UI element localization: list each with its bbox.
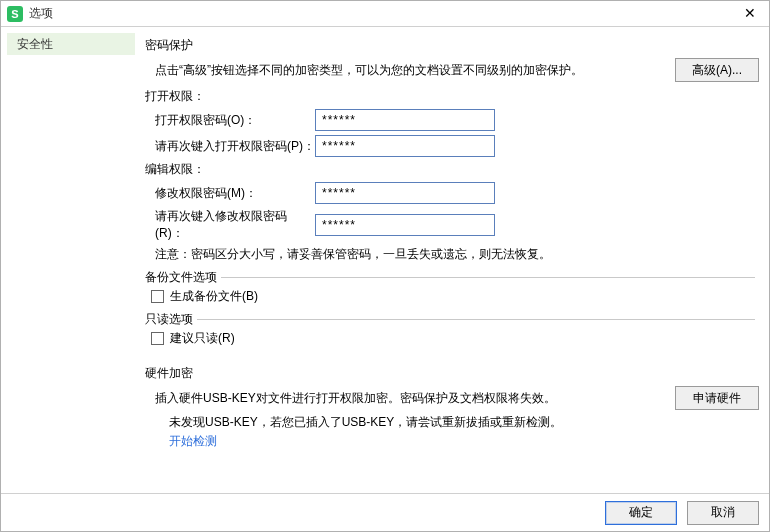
edit-password-confirm-input[interactable] (315, 214, 495, 236)
dialog-footer: 确定 取消 (1, 493, 769, 531)
hardware-group: 硬件加密 插入硬件USB-KEY对文件进行打开权限加密。密码保护及文档权限将失效… (145, 365, 759, 450)
backup-checkbox[interactable] (151, 290, 164, 303)
backup-checkbox-label: 生成备份文件(B) (170, 288, 258, 305)
open-permission-title: 打开权限： (145, 88, 759, 105)
edit-password-input[interactable] (315, 182, 495, 204)
edit-permission-title: 编辑权限： (145, 161, 759, 178)
backup-group-legend: 备份文件选项 (145, 269, 221, 286)
readonly-checkbox-label: 建议只读(R) (170, 330, 235, 347)
open-password-label: 打开权限密码(O)： (155, 112, 315, 129)
close-button[interactable]: ✕ (737, 4, 763, 24)
hardware-title: 硬件加密 (145, 365, 759, 382)
content-pane: 密码保护 点击“高级”按钮选择不同的加密类型，可以为您的文档设置不同级别的加密保… (141, 27, 769, 493)
open-password-input[interactable] (315, 109, 495, 131)
titlebar: 选项 ✕ (1, 1, 769, 27)
apply-hardware-button[interactable]: 申请硬件 (675, 386, 759, 410)
sidebar-item-label: 安全性 (17, 37, 53, 51)
start-detect-link[interactable]: 开始检测 (145, 433, 217, 450)
cancel-button[interactable]: 取消 (687, 501, 759, 525)
password-note: 注意：密码区分大小写，请妥善保管密码，一旦丢失或遗忘，则无法恢复。 (145, 246, 759, 263)
options-dialog: 选项 ✕ 安全性 密码保护 点击“高级”按钮选择不同的加密类型，可以为您的文档设… (0, 0, 770, 532)
hardware-line2: 未发现USB-KEY，若您已插入了USB-KEY，请尝试重新拔插或重新检测。 (145, 414, 759, 431)
backup-group: 备份文件选项 生成备份文件(B) (145, 277, 755, 305)
readonly-group-legend: 只读选项 (145, 311, 197, 328)
ok-button[interactable]: 确定 (605, 501, 677, 525)
sidebar: 安全性 (1, 27, 141, 493)
sidebar-item-security[interactable]: 安全性 (7, 33, 135, 55)
open-password-confirm-label: 请再次键入打开权限密码(P)： (155, 138, 315, 155)
advanced-button[interactable]: 高级(A)... (675, 58, 759, 82)
edit-password-confirm-label: 请再次键入修改权限密码(R)： (155, 208, 315, 242)
app-icon (7, 6, 23, 22)
hardware-line1: 插入硬件USB-KEY对文件进行打开权限加密。密码保护及文档权限将失效。 (155, 390, 556, 407)
section-password-protection-title: 密码保护 (145, 37, 759, 54)
password-protection-hint: 点击“高级”按钮选择不同的加密类型，可以为您的文档设置不同级别的加密保护。 (145, 62, 583, 79)
readonly-group: 只读选项 建议只读(R) (145, 319, 755, 347)
edit-password-label: 修改权限密码(M)： (155, 185, 315, 202)
open-password-confirm-input[interactable] (315, 135, 495, 157)
dialog-title: 选项 (29, 5, 53, 22)
readonly-checkbox[interactable] (151, 332, 164, 345)
